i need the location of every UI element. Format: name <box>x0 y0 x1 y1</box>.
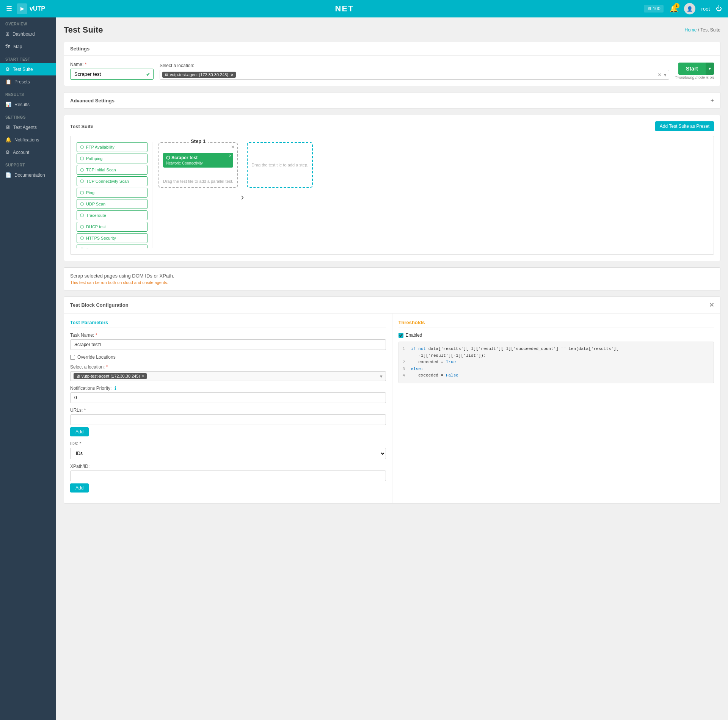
tile-udp[interactable]: ⬡ UDP Scan <box>77 199 147 209</box>
location-tag-text: vutp-test-agent (172.30.30.245) <box>170 72 228 77</box>
tile-pathping[interactable]: ⬡ Pathping <box>77 154 147 163</box>
location-clear-icon[interactable]: ✕ <box>657 72 662 78</box>
urls-input[interactable] <box>70 414 386 425</box>
settings-card: Settings Name: * ✔ Select a location: <box>64 42 720 86</box>
tile-dhcp[interactable]: ⬡ DHCP test <box>77 222 147 232</box>
ids-row: IDs: * IDs XPath <box>70 441 386 459</box>
sidebar-item-test-suite[interactable]: ⚙ Test Suite <box>0 63 56 75</box>
tile-traceroute[interactable]: ⬡ Traceroute <box>77 210 147 220</box>
step1-close-icon[interactable]: ✕ <box>231 144 235 150</box>
settings-header: Settings <box>64 42 720 56</box>
navbar-left: ☰ ▶ vUTP <box>6 3 45 14</box>
override-locations-checkbox[interactable] <box>70 355 75 360</box>
sidebar-item-results[interactable]: 📊 Results <box>0 98 56 111</box>
step1-box: Step 1 ✕ ✕ ⬡ Scraper test Network: Conne… <box>158 142 238 188</box>
settings-label: Settings <box>0 111 56 121</box>
override-locations-row: Override Locations <box>70 355 386 360</box>
tile-tcp-conn-icon: ⬡ <box>80 179 84 184</box>
sidebar-item-map[interactable]: 🗺 Map <box>0 40 56 53</box>
credits-badge: 🖥 100 <box>644 5 663 13</box>
tile-tcp-conn[interactable]: ⬡ TCP Connectivity Scan <box>77 176 147 186</box>
config-location-tag: 🖥 vutp-test-agent (172.30.30.245) ✕ <box>74 373 147 379</box>
notifications-priority-label: Notifications Priority: ℹ <box>70 386 386 391</box>
add-preset-button[interactable]: Add Test Suite as Preset <box>655 121 714 131</box>
code-line-1b: -1]['result'][-1]['list']): <box>403 353 710 359</box>
xpath-input[interactable] <box>70 471 386 481</box>
page-title: Test Suite <box>64 25 103 35</box>
ids-select[interactable]: IDs XPath <box>70 448 386 459</box>
notif-icon: 🔔 <box>5 137 11 143</box>
start-btn-wrap: Start ▾ *monitoring mode is on <box>675 63 714 80</box>
sidebar-item-notifications[interactable]: 🔔 Notifications <box>0 133 56 146</box>
code-linenum-4: 4 <box>403 372 408 379</box>
code-linenum-3: 3 <box>403 366 408 373</box>
info-icon: ℹ <box>115 386 116 391</box>
username: root <box>701 6 710 12</box>
notification-bell[interactable]: 🔔 1 <box>670 5 678 13</box>
add-url-button[interactable]: Add <box>70 427 89 436</box>
desc-note: This test can be run both on cloud and o… <box>70 280 714 285</box>
config-location-remove-icon[interactable]: ✕ <box>141 374 144 378</box>
sidebar-item-account[interactable]: ⚙ Account <box>0 146 56 158</box>
advanced-settings[interactable]: Advanced Settings + <box>64 92 720 109</box>
hamburger-icon[interactable]: ☰ <box>6 5 12 13</box>
config-card: Test Block Configuration ✕ Test Paramete… <box>64 296 720 504</box>
location-select[interactable]: 🖥 vutp-test-agent (172.30.30.245) ✕ ✕ ▾ <box>160 70 669 80</box>
sidebar-item-dashboard-label: Dashboard <box>13 31 35 37</box>
test-suite-icon: ⚙ <box>5 66 10 72</box>
name-input[interactable] <box>70 69 154 80</box>
config-location-select[interactable]: 🖥 vutp-test-agent (172.30.30.245) ✕ ▾ <box>70 371 386 381</box>
advanced-title: Advanced Settings <box>70 98 115 104</box>
location-dropdown-icon[interactable]: ▾ <box>664 72 667 78</box>
tile-udp-label: UDP Scan <box>86 202 105 206</box>
drop-zone[interactable]: Drag the test tile to add a step. <box>247 142 313 188</box>
tile-https-icon: ⬡ <box>80 235 84 241</box>
avatar[interactable]: 👤 <box>684 3 695 14</box>
tile-ftp[interactable]: ⬡ FTP Availability <box>77 142 147 152</box>
threshold-enabled-checkbox[interactable] <box>399 333 403 338</box>
map-icon: 🗺 <box>5 44 10 49</box>
start-button[interactable]: Start <box>678 63 706 75</box>
start-btn-group: Start ▾ <box>678 63 714 75</box>
location-group: Select a location: 🖥 vutp-test-agent (17… <box>160 63 669 80</box>
tile-pathping-label: Pathping <box>86 156 102 161</box>
tile-ftp-label: FTP Availability <box>86 145 115 149</box>
tile-tcp-conn-label: TCP Connectivity Scan <box>86 179 129 184</box>
tile-scraper[interactable]: ⬡ Scraper test <box>77 245 147 248</box>
step1-tile[interactable]: ✕ ⬡ Scraper test Network: Connectivity <box>163 153 233 168</box>
config-location-arrow-icon[interactable]: ▾ <box>380 373 383 379</box>
tile-tcp-initial[interactable]: ⬡ TCP Initial Scan <box>77 165 147 175</box>
desc-text: Scrap selected pages using DOM IDs or XP… <box>70 273 714 279</box>
code-text-4: exceeded = False <box>411 372 458 379</box>
sidebar-item-test-agents[interactable]: 🖥 Test Agents <box>0 121 56 133</box>
start-btn-arrow[interactable]: ▾ <box>706 63 714 75</box>
breadcrumb-home[interactable]: Home <box>684 27 697 33</box>
urls-row: URLs: * Add <box>70 408 386 436</box>
config-close-icon[interactable]: ✕ <box>709 301 714 309</box>
location-tag-close-icon[interactable]: ✕ <box>231 73 234 77</box>
code-linenum-2: 2 <box>403 359 408 366</box>
tile-https-label: HTTPS Security <box>86 236 116 240</box>
advanced-toggle-icon[interactable]: + <box>711 97 714 104</box>
test-suite-canvas: ⬡ FTP Availability ⬡ Pathping ⬡ TCP Init… <box>70 136 714 255</box>
results-icon: 📊 <box>5 102 11 107</box>
drop-zone-hint: Drag the test tile to add a step. <box>251 163 308 167</box>
tile-ping[interactable]: ⬡ Ping <box>77 188 147 198</box>
tile-dhcp-icon: ⬡ <box>80 224 84 229</box>
code-linenum-1: 1 <box>403 346 408 353</box>
code-line-4: 4 exceeded = False <box>403 372 710 379</box>
add-xpath-button[interactable]: Add <box>70 483 89 493</box>
page-header: Test Suite Home / Test Suite <box>64 25 720 35</box>
sidebar-item-notifications-label: Notifications <box>14 137 39 143</box>
monitoring-text: *monitoring mode is on <box>675 75 714 80</box>
task-name-input[interactable] <box>70 339 386 350</box>
power-icon[interactable]: ⏻ <box>716 5 722 12</box>
sidebar-item-presets[interactable]: 📋 Presets <box>0 75 56 88</box>
settings-body: Name: * ✔ Select a location: 🖥 vutp-test… <box>64 56 720 86</box>
step1-tile-close-icon[interactable]: ✕ <box>229 154 232 158</box>
tile-https[interactable]: ⬡ HTTPS Security <box>77 233 147 243</box>
sidebar-item-dashboard[interactable]: ⊞ Dashboard <box>0 28 56 40</box>
test-suite-header: Test Suite Add Test Suite as Preset <box>70 121 714 131</box>
notifications-priority-input[interactable] <box>70 392 386 403</box>
sidebar-item-documentation[interactable]: 📄 Documentation <box>0 169 56 181</box>
